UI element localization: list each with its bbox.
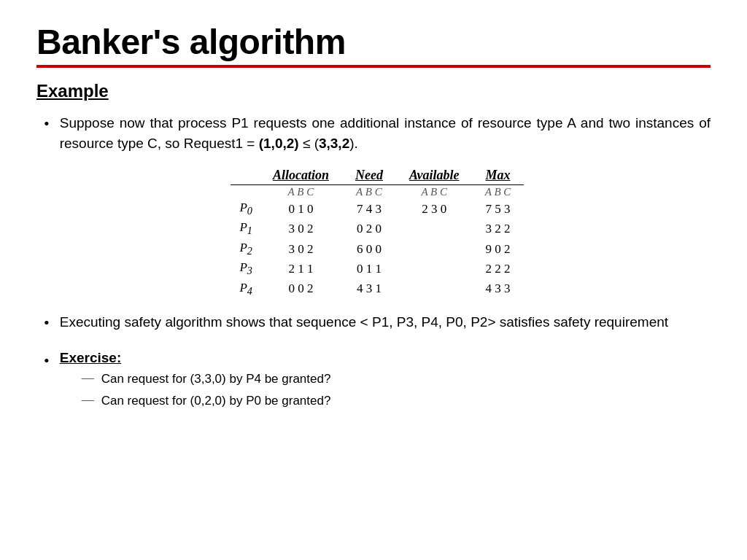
th-allocation: Allocation: [260, 166, 342, 185]
alloc-p3: 2 1 1: [260, 259, 342, 279]
content-area: • Suppose now that process P1 requests o…: [36, 113, 711, 414]
sub-bullet-text-1: Can request for (3,3,0) by P4 be granted…: [101, 370, 331, 388]
alloc-p4: 0 0 2: [260, 279, 342, 299]
table-body: P0 0 1 0 7 4 3 2 3 0 7 5 3 P1 3 0 2 0 2 …: [231, 199, 523, 299]
th-max: Max: [473, 166, 524, 185]
need-p1: 0 2 0: [342, 219, 396, 238]
need-p4: 4 3 1: [342, 279, 396, 299]
avail-p0: 2 3 0: [396, 199, 473, 219]
title-area: Banker's algorithm: [36, 22, 711, 68]
bullet-item-exercise: • Exercise: — Can request for (3,3,0) by…: [44, 350, 711, 414]
bullet-dot-2: •: [44, 314, 50, 332]
alloc-p1: 3 0 2: [260, 219, 342, 238]
bullet-dot-1: •: [44, 114, 50, 133]
need-p3: 0 1 1: [342, 259, 396, 279]
table-row: P4 0 0 2 4 3 1 4 3 3: [231, 279, 523, 299]
th-need: Need: [342, 166, 396, 185]
sub-need: A B C: [342, 185, 396, 200]
avail-p1: [396, 219, 473, 238]
alloc-p0: 0 1 0: [260, 199, 342, 219]
table-sub-header-row: A B C A B C A B C A B C: [231, 185, 523, 200]
sub-bullet-dash-2: —: [82, 392, 94, 407]
slide-container: Banker's algorithm Example • Suppose now…: [0, 0, 747, 560]
th-empty: [231, 166, 259, 185]
exercise-content: Exercise: — Can request for (3,3,0) by P…: [60, 350, 331, 414]
section-heading: Example: [36, 81, 711, 101]
sub-bullet-item-2: — Can request for (0,2,0) by P0 be grant…: [82, 392, 331, 410]
max-p4: 4 3 3: [473, 279, 524, 299]
resource-table: Allocation Need Available Max A B C A B …: [231, 166, 523, 299]
th-available: Available: [396, 166, 473, 185]
max-p2: 9 0 2: [473, 239, 524, 259]
need-p0: 7 4 3: [342, 199, 396, 219]
table-row: P0 0 1 0 7 4 3 2 3 0 7 5 3: [231, 199, 523, 219]
request-value: (1,0,2): [259, 136, 299, 151]
max-value: 3,3,2: [319, 136, 349, 151]
avail-p3: [396, 259, 473, 279]
bullet-text-1: Suppose now that process P1 requests one…: [60, 113, 711, 153]
table-row: P1 3 0 2 0 2 0 3 2 2: [231, 219, 523, 238]
spacer: [44, 343, 711, 350]
sub-bullets: — Can request for (3,3,0) by P4 be grant…: [82, 370, 331, 410]
max-p1: 3 2 2: [473, 219, 524, 238]
max-p3: 2 2 2: [473, 259, 524, 279]
sub-available: A B C: [396, 185, 473, 200]
proc-p1: P1: [231, 219, 259, 238]
avail-p2: [396, 239, 473, 259]
table-header-row: Allocation Need Available Max: [231, 166, 523, 185]
table-row: P3 2 1 1 0 1 1 2 2 2: [231, 259, 523, 279]
sub-bullet-item-1: — Can request for (3,3,0) by P4 be grant…: [82, 370, 331, 388]
proc-p0: P0: [231, 199, 259, 219]
bullet-dot-exercise: •: [44, 351, 50, 370]
resource-table-wrapper: Allocation Need Available Max A B C A B …: [44, 166, 711, 299]
bullet-text-2: Executing safety algorithm shows that se…: [60, 312, 668, 332]
proc-p3: P3: [231, 259, 259, 279]
proc-p2: P2: [231, 239, 259, 259]
sub-max: A B C: [473, 185, 524, 200]
bullet-item-2: • Executing safety algorithm shows that …: [44, 312, 711, 332]
avail-p4: [396, 279, 473, 299]
sub-empty: [231, 185, 259, 200]
exercise-heading: Exercise:: [60, 350, 122, 365]
sub-bullet-text-2: Can request for (0,2,0) by P0 be granted…: [101, 392, 331, 410]
slide-title: Banker's algorithm: [36, 22, 711, 62]
title-underline: [36, 65, 711, 68]
table-row: P2 3 0 2 6 0 0 9 0 2: [231, 239, 523, 259]
alloc-p2: 3 0 2: [260, 239, 342, 259]
proc-p4: P4: [231, 279, 259, 299]
sub-bullet-dash-1: —: [82, 370, 94, 385]
sub-allocation: A B C: [260, 185, 342, 200]
max-p0: 7 5 3: [473, 199, 524, 219]
and-text: and: [581, 115, 604, 131]
bullet-item-1: • Suppose now that process P1 requests o…: [44, 113, 711, 153]
need-p2: 6 0 0: [342, 239, 396, 259]
